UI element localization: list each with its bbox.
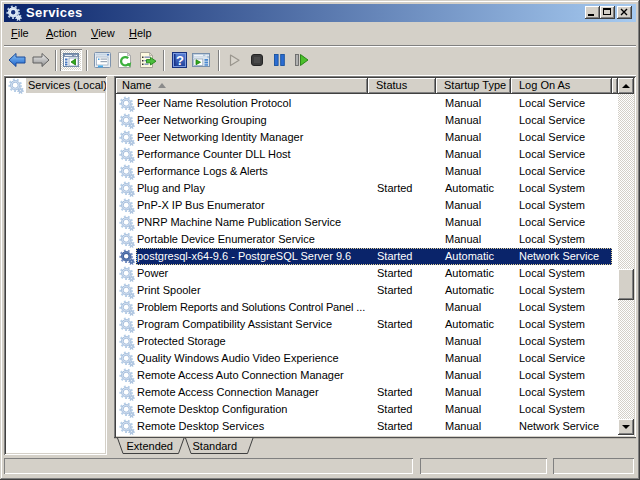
svg-text:Standard: Standard bbox=[193, 440, 238, 452]
svg-text:?: ? bbox=[176, 53, 184, 68]
svg-text:Extended: Extended bbox=[127, 440, 173, 452]
